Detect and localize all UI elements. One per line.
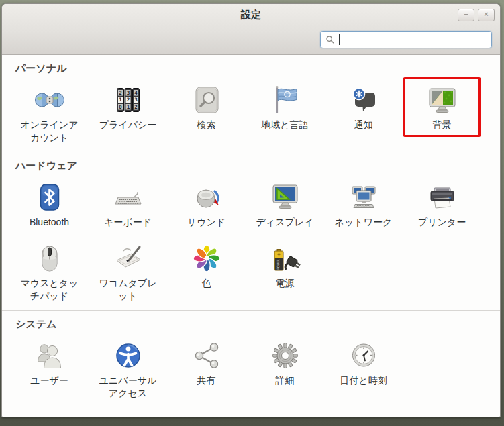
section-title: パーソナル — [15, 62, 487, 75]
settings-item-online-accounts[interactable]: オンラインアカウント — [10, 76, 89, 150]
privacy-icon: 234 123 012 — [112, 84, 144, 116]
settings-grid: パーソナル オンラインアカウント 234 123 012プライバシー 検索 地域… — [2, 55, 500, 407]
date-time-icon — [348, 339, 380, 372]
settings-item-label: ユーザー — [30, 374, 68, 387]
settings-item-label: Bluetooth — [30, 216, 69, 229]
online-accounts-icon — [34, 84, 66, 116]
notifications-icon — [348, 84, 380, 116]
bluetooth-icon — [34, 181, 66, 213]
settings-item-universal-access[interactable]: ユニバーサルアクセス — [89, 332, 167, 406]
svg-text:3: 3 — [126, 90, 130, 96]
close-button[interactable]: × — [478, 9, 495, 21]
section-title: ハードウェア — [15, 160, 487, 172]
settings-item-label: 背景 — [433, 119, 452, 131]
display-icon — [269, 181, 301, 213]
settings-section: パーソナル オンラインアカウント 234 123 012プライバシー 検索 地域… — [2, 55, 500, 152]
text-caret — [339, 34, 340, 45]
settings-item-color[interactable]: 色 — [167, 235, 246, 296]
settings-item-keyboard[interactable]: キーボード — [89, 174, 167, 235]
settings-item-background[interactable]: 背景 — [403, 76, 481, 138]
window-title: 設定 — [2, 4, 500, 25]
settings-item-label: キーボード — [104, 216, 152, 229]
users-icon — [34, 339, 66, 372]
settings-item-label: ネットワーク — [335, 216, 393, 229]
settings-item-region-language[interactable]: 地域と言語 — [246, 76, 324, 138]
region-language-icon — [269, 84, 301, 116]
settings-item-display[interactable]: ディスプレイ — [246, 174, 324, 235]
universal-access-icon — [112, 339, 144, 372]
settings-item-power[interactable]: POWER 電源 — [246, 235, 324, 296]
settings-item-details[interactable]: 詳細 — [246, 332, 324, 393]
window-controls: – × — [458, 9, 495, 21]
settings-item-sound[interactable]: サウンド — [167, 174, 246, 235]
settings-item-label: 通知 — [354, 119, 373, 131]
svg-text:3: 3 — [134, 97, 138, 103]
svg-text:1: 1 — [126, 104, 130, 110]
settings-section: ハードウェア Bluetooth キーボード サウンド ディスプレイ ネットワー… — [2, 152, 500, 310]
settings-item-label: オンラインアカウント — [17, 119, 82, 144]
keyboard-icon — [112, 181, 144, 213]
settings-item-label: 電源 — [276, 277, 295, 290]
settings-item-privacy[interactable]: 234 123 012プライバシー — [89, 76, 167, 138]
desktop-background: { "colors": { "highlight_box": "#e60f0f"… — [0, 0, 504, 426]
wacom-tablet-icon — [112, 242, 144, 274]
svg-text:4: 4 — [134, 90, 138, 96]
background-icon — [426, 84, 458, 116]
svg-text:2: 2 — [134, 104, 138, 110]
settings-item-label: プライバシー — [99, 119, 157, 131]
settings-item-date-time[interactable]: 日付と時刻 — [324, 332, 403, 393]
power-icon: POWER — [269, 242, 301, 274]
svg-text:POWER: POWER — [276, 259, 279, 270]
sharing-icon — [191, 339, 223, 372]
mouse-icon — [34, 242, 66, 274]
color-icon — [191, 242, 223, 274]
settings-item-label: 色 — [202, 277, 211, 290]
settings-item-mouse-touchpad[interactable]: マウスとタッチパッド — [10, 235, 89, 309]
settings-item-wacom-tablet[interactable]: ワコムタブレット — [89, 235, 167, 309]
settings-item-label: 日付と時刻 — [340, 374, 387, 387]
svg-text:1: 1 — [119, 97, 122, 103]
svg-text:2: 2 — [119, 90, 122, 96]
section-items: オンラインアカウント 234 123 012プライバシー 検索 地域と言語 通知… — [10, 76, 492, 150]
settings-item-label: プリンター — [418, 216, 466, 229]
settings-window: 設定 – × パーソナル オンラインアカウント 234 123 012プライバシ… — [1, 3, 501, 417]
settings-item-label: 共有 — [197, 374, 216, 387]
settings-item-label: 地域と言語 — [261, 119, 308, 131]
sound-icon — [191, 181, 223, 213]
window-header: 設定 – × — [2, 4, 500, 55]
settings-item-label: ワコムタブレット — [96, 277, 160, 303]
settings-item-label: ユニバーサルアクセス — [96, 374, 160, 400]
settings-item-label: 詳細 — [276, 374, 295, 387]
settings-item-label: 検索 — [197, 119, 216, 131]
section-items: Bluetooth キーボード サウンド ディスプレイ ネットワーク プリンター… — [10, 174, 492, 309]
settings-item-users[interactable]: ユーザー — [10, 332, 89, 393]
search-icon — [325, 35, 335, 44]
details-gear-icon — [269, 339, 301, 372]
search-input[interactable] — [320, 31, 492, 48]
svg-text:0: 0 — [119, 104, 122, 110]
settings-section: システム ユーザー ユニバーサルアクセス 共有詳細 日付と時刻 — [2, 310, 500, 407]
settings-item-label: ディスプレイ — [256, 216, 314, 229]
settings-item-printer[interactable]: プリンター — [403, 174, 481, 235]
printer-icon — [426, 181, 458, 213]
network-icon — [348, 181, 380, 213]
settings-item-search[interactable]: 検索 — [167, 76, 246, 138]
section-title: システム — [15, 318, 487, 331]
settings-item-sharing[interactable]: 共有 — [167, 332, 246, 393]
settings-item-label: サウンド — [187, 216, 225, 229]
search-lens-icon — [191, 84, 223, 116]
settings-item-label: マウスとタッチパッド — [17, 277, 82, 303]
settings-item-network[interactable]: ネットワーク — [324, 174, 403, 235]
svg-text:2: 2 — [126, 97, 130, 103]
settings-item-bluetooth[interactable]: Bluetooth — [10, 174, 89, 235]
titlebar[interactable]: 設定 – × — [2, 4, 500, 24]
section-items: ユーザー ユニバーサルアクセス 共有詳細 日付と時刻 — [10, 332, 492, 406]
minimize-button[interactable]: – — [458, 9, 474, 21]
settings-item-notifications[interactable]: 通知 — [324, 76, 403, 138]
